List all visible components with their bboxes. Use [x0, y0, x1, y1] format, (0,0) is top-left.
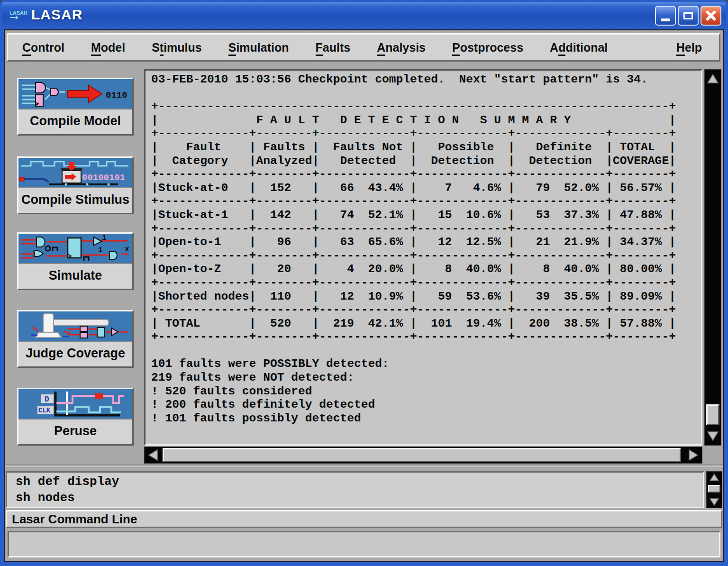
peruse-label: Peruse	[18, 420, 132, 444]
history-scroll-up-button[interactable]	[707, 472, 722, 483]
menubar: Control Model Stimulus Simulation Faults…	[7, 33, 720, 62]
horizontal-scrollbar-thumb[interactable]	[163, 448, 681, 462]
history-scrollbar[interactable]	[706, 471, 722, 508]
menu-label: ostprocess	[460, 41, 523, 54]
menu-label: C	[22, 41, 31, 56]
compile-stimulus-button[interactable]: 00100101 Compile Stimulus	[17, 156, 134, 214]
scroll-down-button[interactable]	[705, 427, 721, 445]
scroll-left-button[interactable]	[145, 447, 162, 463]
main-vertical-scrollbar[interactable]	[704, 69, 721, 446]
menu-label: S	[228, 41, 237, 56]
scroll-up-button[interactable]	[705, 70, 721, 88]
close-button[interactable]	[701, 6, 721, 26]
vertical-scrollbar-thumb[interactable]	[706, 404, 719, 425]
judge-coverage-icon	[18, 311, 132, 342]
command-line-label-bar: Lasar Command Line	[6, 510, 722, 528]
simulate-icon: 1 1 x	[18, 234, 132, 264]
menu-label: A	[550, 41, 558, 54]
menu-label: odel	[101, 41, 125, 54]
window-content: Control Model Stimulus Simulation Faults…	[4, 29, 724, 562]
minimize-button[interactable]	[655, 6, 676, 26]
up-arrow-icon	[709, 473, 719, 482]
menu-label: ontrol	[31, 41, 64, 54]
peruse-button[interactable]: D CLK Peruse	[17, 388, 134, 446]
menu-label: M	[91, 41, 101, 56]
command-history-text: sh def display sh nodes	[7, 473, 703, 506]
menu-label: imulus	[164, 41, 202, 54]
svg-text:LASAR: LASAR	[9, 10, 27, 16]
close-icon	[705, 10, 717, 21]
simulate-label: Simulate	[18, 264, 132, 289]
titlebar[interactable]: LASAR LASAR	[2, 2, 726, 28]
svg-text:D: D	[45, 395, 49, 404]
svg-text:x: x	[125, 245, 129, 254]
history-scrollbar-thumb[interactable]	[708, 485, 720, 493]
compile-stimulus-icon: 00100101	[18, 158, 132, 188]
menu-item-additional[interactable]: Additional	[550, 41, 608, 55]
down-arrow-icon	[707, 431, 719, 441]
menu-label: aults	[323, 41, 350, 54]
menu-label: S	[152, 41, 160, 54]
command-line-label: Lasar Command Line	[7, 511, 721, 527]
menu-label: d	[558, 41, 565, 56]
fault-summary-output: 03-FEB-2010 15:03:56 Checkpoint complete…	[146, 71, 701, 425]
menu-item-simulation[interactable]: Simulation	[228, 41, 289, 55]
svg-text:1: 1	[98, 246, 103, 255]
compile-model-icon: 0110	[18, 79, 132, 110]
command-history-panel[interactable]: sh def display sh nodes	[6, 471, 704, 508]
menu-label: ditional	[565, 41, 608, 54]
menu-label: t	[160, 41, 164, 56]
menu-item-model[interactable]: Model	[91, 41, 125, 55]
menu-item-stimulus[interactable]: Stimulus	[152, 41, 202, 55]
window-title: LASAR	[31, 7, 82, 23]
compile-model-button[interactable]: 0110 Compile Model	[17, 78, 134, 136]
judge-coverage-button[interactable]: Judge Coverage	[17, 310, 134, 368]
minimize-icon	[661, 18, 670, 21]
peruse-icon: D CLK	[18, 389, 132, 420]
svg-text:0110: 0110	[106, 90, 127, 100]
simulate-button[interactable]: 1 1 x Simulate	[17, 232, 134, 290]
menu-label: A	[377, 41, 385, 56]
menu-item-postprocess[interactable]: Postprocess	[452, 41, 523, 55]
judge-coverage-label: Judge Coverage	[18, 342, 132, 366]
menu-label: elp	[685, 41, 702, 54]
scroll-right-button[interactable]	[685, 447, 702, 463]
section-divider	[5, 465, 723, 466]
main-output-panel[interactable]: 03-FEB-2010 15:03:56 Checkpoint complete…	[144, 69, 702, 446]
svg-text:CLK: CLK	[38, 407, 51, 414]
left-arrow-icon	[148, 449, 158, 461]
menu-item-analysis[interactable]: Analysis	[377, 41, 426, 55]
svg-text:00100101: 00100101	[82, 173, 125, 183]
down-arrow-icon	[709, 498, 719, 506]
main-horizontal-scrollbar[interactable]	[144, 447, 702, 464]
menu-label: H	[676, 41, 685, 56]
compile-stimulus-label: Compile Stimulus	[18, 188, 132, 213]
menu-item-faults[interactable]: Faults	[316, 41, 351, 55]
command-input[interactable]	[8, 531, 720, 557]
menu-item-help[interactable]: Help	[676, 41, 702, 55]
up-arrow-icon	[707, 73, 719, 84]
compile-model-label: Compile Model	[18, 110, 132, 134]
menu-label: nalysis	[385, 41, 426, 54]
menu-label: imulation	[236, 41, 289, 54]
maximize-icon	[683, 12, 693, 19]
menu-label: F	[316, 41, 323, 56]
maximize-button[interactable]	[678, 6, 699, 26]
lasar-window: LASAR LASAR Control Model Stimulus Simul…	[0, 0, 728, 566]
menu-label: P	[452, 41, 460, 56]
menu-item-control[interactable]: Control	[22, 41, 64, 55]
history-scroll-down-button[interactable]	[707, 496, 722, 508]
app-logo-icon: LASAR	[9, 9, 28, 23]
svg-text:1: 1	[102, 234, 107, 242]
right-arrow-icon	[688, 449, 699, 461]
